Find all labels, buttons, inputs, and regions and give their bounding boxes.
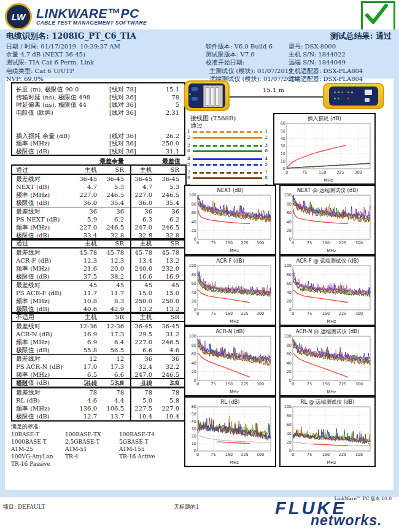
svg-text:80: 80 bbox=[287, 272, 292, 277]
svg-text:30: 30 bbox=[281, 144, 285, 148]
svg-text:0: 0 bbox=[292, 311, 294, 316]
svg-text:40: 40 bbox=[287, 361, 292, 366]
svg-text:40: 40 bbox=[287, 220, 292, 225]
svg-text:150: 150 bbox=[225, 452, 233, 457]
header-line: 主测试仪 (模块): 01/07/2019 bbox=[206, 67, 299, 75]
svg-text:300: 300 bbox=[355, 311, 363, 316]
svg-text:100: 100 bbox=[284, 404, 292, 409]
svg-text:20: 20 bbox=[287, 299, 292, 304]
svg-text:80: 80 bbox=[287, 202, 292, 207]
svg-text:300: 300 bbox=[355, 452, 363, 457]
standards-section: 满足的标准: 10BASE-T100BASE-TX100BASE-T41000B… bbox=[11, 423, 189, 468]
standard-row: 100VG-AnyLanTR-4TR-16 Active bbox=[11, 453, 189, 460]
table-row: ACR-F (dB)12.312.313.413.2 bbox=[12, 256, 186, 264]
svg-text:150: 150 bbox=[319, 170, 326, 175]
cable-id: 电缆识别名: 1208IG_PT_C6_TIA bbox=[6, 31, 136, 42]
main-tester-panel bbox=[188, 83, 225, 108]
table-row: 最差线对45-7845-7845-7845-78 bbox=[12, 248, 186, 256]
svg-text:40: 40 bbox=[192, 220, 196, 225]
svg-text:80: 80 bbox=[192, 272, 196, 277]
svg-text:40: 40 bbox=[287, 431, 292, 436]
svg-text:300: 300 bbox=[355, 382, 363, 387]
table-row: 最差线对12123636 bbox=[12, 355, 186, 363]
summary-row: 频率 (MHz)[线对 36]250.0 bbox=[12, 140, 184, 148]
table-row: PS ACR-N (dB)17.017.332.432.2 bbox=[12, 363, 186, 371]
svg-text:150: 150 bbox=[225, 311, 233, 316]
lw-logo-icon: LW bbox=[5, 3, 32, 30]
result-table-acrn: 不适用主机SR主机SR最差线对12-3612-3636-4536-45ACR-N… bbox=[11, 312, 185, 388]
svg-text:20: 20 bbox=[287, 228, 292, 233]
wire-line bbox=[193, 145, 262, 147]
table-row: 最差线对36-4536-4536-4536-45 bbox=[12, 174, 186, 183]
chart-acrf-remote: ACR-F @ 远端测试仪 (dB)0204060801000751502253… bbox=[279, 255, 376, 326]
svg-text:150: 150 bbox=[322, 452, 330, 457]
result-table-acrf: 通过主机SR主机SR最差线对45-7845-7845-7845-78ACR-F … bbox=[11, 238, 185, 314]
table-row: 频率 (MHz)227.0246.5227.0246.5 bbox=[12, 191, 186, 199]
table-header-row: 不适用主机SR主机SR bbox=[12, 312, 186, 322]
svg-text:100: 100 bbox=[284, 334, 292, 339]
table-row: 频率 (MHz)227.0246.5247.0246.5 bbox=[12, 223, 186, 231]
wire-row-pin-2: 22 bbox=[184, 136, 275, 141]
chart-rl-remote: RL @ 远端测试仪 (dB)020406080100075150225300M… bbox=[279, 396, 376, 467]
svg-text:300: 300 bbox=[257, 311, 264, 316]
svg-text:50: 50 bbox=[281, 129, 285, 134]
wire-row-pin-7: 77 bbox=[184, 171, 275, 176]
standard-row: 10BASE-T100BASE-TX100BASE-T4 bbox=[11, 431, 189, 438]
svg-text:100: 100 bbox=[189, 334, 196, 339]
table-row: RL (dB)4.64.45.05.8 bbox=[12, 396, 186, 404]
svg-text:0: 0 bbox=[196, 311, 199, 316]
header-line: 主机 S/N: 1844022 bbox=[289, 50, 363, 58]
frame-right bbox=[393, 29, 399, 497]
result-table-next: 通过主机SR主机SR最差线对36-4536-4536-4536-45NEXT (… bbox=[11, 164, 185, 241]
svg-text:60: 60 bbox=[192, 281, 196, 286]
header-line: 日期 / 时间: 01/17/2019 10:39:37 AM bbox=[6, 42, 120, 50]
standards-title: 满足的标准: bbox=[11, 423, 189, 430]
table-row: 最差线对36363636 bbox=[12, 207, 186, 216]
linkware-logo: LW LINKWARE™PC CABLE TEST MANAGEMENT SOF… bbox=[5, 3, 147, 30]
svg-text:60: 60 bbox=[287, 352, 292, 357]
svg-text:MHz: MHz bbox=[230, 390, 239, 395]
report-header: 电缆识别名: 1208IG_PT_C6_TIA 测试总结果: 通过 日期 / 时… bbox=[0, 29, 399, 79]
header-line: 余量 4.7 dB (NEXT 36-45) bbox=[6, 50, 120, 58]
svg-text:ACR-F (dB): ACR-F (dB) bbox=[216, 258, 244, 264]
wire-line bbox=[193, 177, 262, 179]
document-title: 无标题的1 bbox=[174, 503, 200, 511]
svg-text:ACR-N (dB): ACR-N (dB) bbox=[215, 328, 244, 334]
svg-text:75: 75 bbox=[211, 241, 215, 245]
svg-text:300: 300 bbox=[257, 382, 264, 387]
svg-text:40: 40 bbox=[192, 290, 196, 295]
svg-text:0: 0 bbox=[292, 382, 294, 387]
networks-logo-text: networks. bbox=[311, 512, 382, 529]
header-line: 软件版本: V6.0 Build 6 bbox=[206, 42, 299, 50]
svg-text:300: 300 bbox=[354, 170, 362, 175]
svg-text:100: 100 bbox=[189, 193, 196, 198]
svg-text:MHz: MHz bbox=[230, 249, 239, 253]
svg-text:60: 60 bbox=[287, 210, 292, 215]
svg-text:0: 0 bbox=[285, 170, 288, 175]
svg-text:100: 100 bbox=[189, 263, 196, 268]
svg-text:225: 225 bbox=[241, 382, 248, 387]
svg-text:20: 20 bbox=[287, 440, 292, 445]
summary-row: 电阻值 (欧姆)[线对 36]2.31 bbox=[12, 109, 184, 117]
lw-logo-text: LW bbox=[12, 12, 26, 22]
svg-text:225: 225 bbox=[241, 241, 248, 245]
svg-text:75: 75 bbox=[307, 311, 312, 316]
header-col-mid: 软件版本: V6.0 Build 6测试限版本: V7.0校准开始日期: 主测试… bbox=[206, 42, 299, 83]
svg-text:MHz: MHz bbox=[230, 460, 239, 465]
table-row: 最差线对12-3612-3636-4536-45 bbox=[12, 322, 186, 330]
chart-next-main: NEXT (dB)020406080100075150225300MHz bbox=[184, 185, 276, 255]
header-line: 测试限版本: V7.0 bbox=[206, 50, 299, 58]
summary-box: 长度 (m), 极限值 90.0[线对 78]15.1传输时延 (ns), 极限… bbox=[11, 82, 185, 156]
result-table-rl: 通过主机SR主机SR最差线对78787878RL (dB)4.64.45.05.… bbox=[11, 378, 185, 422]
table-row: 极限值 (dB)55.856.56.64.6 bbox=[12, 346, 186, 355]
svg-text:225: 225 bbox=[339, 241, 346, 245]
remote-tester-panel bbox=[329, 87, 378, 106]
svg-text:MHz: MHz bbox=[327, 390, 336, 395]
standard-row: TR-16 Passive bbox=[11, 460, 189, 468]
header-line: 主机适配器: DSX-PLA804 bbox=[289, 67, 363, 75]
svg-text:80: 80 bbox=[192, 202, 196, 207]
wire-row-pin-4: 44 bbox=[184, 157, 275, 163]
chart-rl-main: RL (dB)0102030405060075150225300MHz bbox=[184, 396, 276, 467]
header-line: 远端适配器: DSX-PLA804 bbox=[289, 75, 363, 83]
wire-line bbox=[193, 137, 262, 139]
